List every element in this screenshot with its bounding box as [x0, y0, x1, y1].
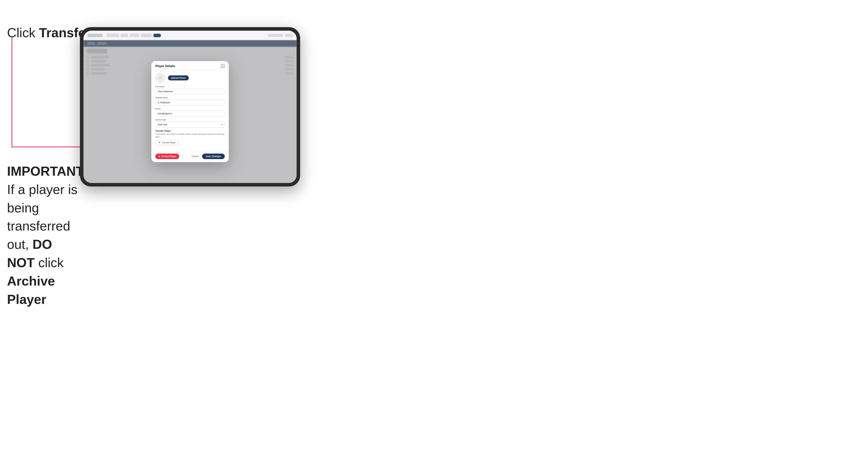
display-name-group: Display Name	[155, 96, 225, 105]
app-nav	[106, 34, 161, 37]
email-input[interactable]	[155, 111, 225, 117]
instruction-text2: click	[35, 255, 64, 270]
cancel-button[interactable]: Cancel	[189, 154, 200, 159]
full-name-input[interactable]	[155, 89, 225, 94]
archive-icon: ⊘	[158, 155, 160, 158]
full-name-group: Full Name	[155, 86, 225, 94]
footer-right-buttons: Cancel Save Changes	[189, 154, 225, 159]
nav-item-teams[interactable]	[121, 34, 128, 37]
archive-btn-label: Archive Player	[161, 155, 176, 158]
nav-item-seasons[interactable]	[130, 34, 139, 37]
modal-body: Upload Photo Full Name Display Name	[151, 70, 229, 151]
avatar-upload-row: Upload Photo	[155, 73, 225, 83]
modal-overlay: Player Details ×	[84, 40, 297, 183]
app-bar-right	[268, 34, 292, 37]
player-details-modal: Player Details ×	[151, 61, 229, 162]
settings-btn[interactable]	[285, 34, 292, 37]
nav-item-more-active[interactable]	[153, 34, 161, 37]
annotation-line-vertical	[11, 37, 12, 148]
save-changes-button[interactable]: Save Changes	[202, 154, 225, 159]
school-year-select-wrapper: First Year Second Year Third Year Fourth…	[155, 122, 225, 128]
nav-item-dashboard[interactable]	[106, 34, 119, 37]
user-info	[268, 34, 283, 37]
user-avatar-icon	[158, 75, 163, 81]
display-name-input[interactable]	[155, 99, 225, 105]
display-name-label: Display Name	[155, 96, 225, 99]
svg-point-0	[160, 76, 161, 78]
transfer-section-title: Transfer Player	[155, 130, 225, 132]
email-group: Email	[155, 107, 225, 117]
school-year-label: School Year	[155, 119, 225, 121]
avatar-circle	[155, 73, 165, 83]
upload-photo-button[interactable]: Upload Photo	[168, 75, 189, 81]
nav-item-add-player[interactable]	[141, 34, 152, 37]
tablet-device: Player Details ×	[80, 27, 300, 187]
instruction-important: IMPORTANT	[7, 164, 84, 179]
modal-close-button[interactable]: ×	[221, 64, 225, 68]
transfer-player-section: Transfer Player If this player has moved…	[155, 130, 225, 145]
screen-content: Player Details ×	[84, 40, 297, 183]
modal-footer: ⊘ Archive Player Cancel Save Changes	[151, 151, 229, 162]
transfer-btn-label: Transfer Player	[162, 142, 176, 144]
app-logo	[88, 34, 102, 37]
tablet-screen: Player Details ×	[84, 31, 297, 183]
transfer-section-description: If this player has moved to another scho…	[155, 133, 225, 138]
school-year-select[interactable]: First Year Second Year Third Year Fourth…	[155, 122, 225, 128]
school-year-group: School Year First Year Second Year Third…	[155, 119, 225, 128]
modal-title: Player Details	[155, 64, 175, 68]
transfer-player-button[interactable]: ⟳ Transfer Player	[155, 140, 179, 145]
transfer-icon: ⟳	[159, 141, 161, 144]
modal-header: Player Details ×	[151, 61, 229, 70]
full-name-label: Full Name	[155, 86, 225, 88]
app-top-bar	[84, 31, 297, 40]
archive-player-button[interactable]: ⊘ Archive Player	[155, 154, 179, 159]
email-label: Email	[155, 107, 225, 110]
instruction-archive-ref: Archive Player	[7, 274, 55, 307]
instruction-bottom: IMPORTANT: If a player is being transfer…	[7, 162, 83, 308]
